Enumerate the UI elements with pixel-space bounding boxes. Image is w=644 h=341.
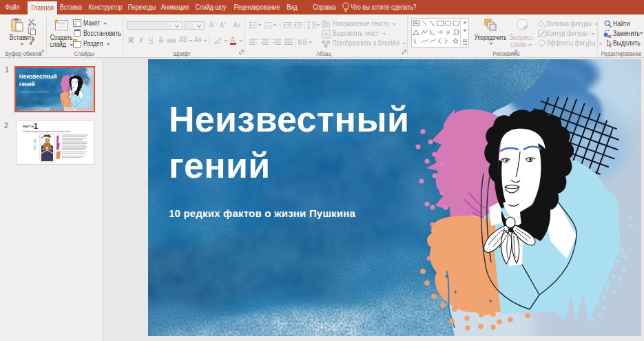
svg-text:10 фактов диссертационного ост: 10 фактов диссертационного острослова xyxy=(23,130,70,133)
svg-text:ФАКТ №: ФАКТ № xyxy=(23,125,34,128)
svg-text:1: 1 xyxy=(34,122,38,130)
